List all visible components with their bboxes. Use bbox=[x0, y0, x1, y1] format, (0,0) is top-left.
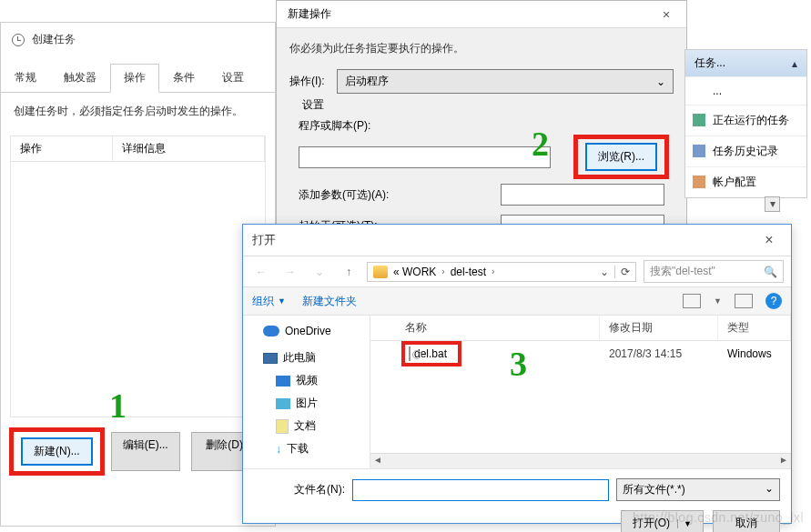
bat-file-icon bbox=[409, 346, 411, 361]
close-icon[interactable]: × bbox=[654, 7, 679, 22]
nav-up-icon[interactable]: ↑ bbox=[338, 261, 360, 283]
open-body: OneDrive 此电脑 视频 图片 文档 ↓下载 名称 修改日期 类型 del… bbox=[243, 316, 791, 468]
action-instruction: 你必须为此任务指定要执行的操作。 bbox=[289, 41, 674, 56]
view-options-icon[interactable] bbox=[683, 294, 701, 308]
preview-pane-icon[interactable] bbox=[735, 294, 753, 308]
side-item[interactable]: ... bbox=[685, 76, 806, 105]
open-file-dialog: 打开 × ← → ⌄ ↑ « WORK › del-test › ⌄ ⟳ 搜索"… bbox=[242, 224, 792, 524]
task-tabs: 常规 触发器 操作 条件 设置 bbox=[1, 64, 275, 93]
breadcrumb[interactable]: « WORK › del-test › ⌄ ⟳ bbox=[367, 262, 636, 282]
chevron-down-icon[interactable]: ▼ bbox=[714, 296, 722, 306]
filename-label: 文件名(N): bbox=[254, 482, 345, 497]
tab-settings[interactable]: 设置 bbox=[208, 64, 258, 92]
settings-fieldset-label: 设置 bbox=[299, 97, 328, 113]
col-type[interactable]: 类型 bbox=[718, 316, 791, 340]
action-dialog-titlebar: 新建操作 × bbox=[277, 1, 686, 28]
side-pane: 任务... ▴ ... 正在运行的任务 任务历史记录 帐户配置 bbox=[684, 49, 807, 198]
new-folder-button[interactable]: 新建文件夹 bbox=[302, 294, 357, 309]
side-pane-header: 任务... ▴ bbox=[685, 50, 806, 76]
search-input[interactable]: 搜索"del-test" 🔍 bbox=[644, 260, 784, 283]
args-input[interactable] bbox=[501, 184, 664, 206]
open-button[interactable]: 打开(O)▼ bbox=[621, 510, 704, 532]
tab-actions[interactable]: 操作 bbox=[110, 64, 159, 93]
tree-docs[interactable]: 文档 bbox=[243, 415, 370, 437]
open-toolbar: 组织 ▼ 新建文件夹 ▼ ? bbox=[243, 287, 791, 316]
action-type-select[interactable]: 启动程序 ⌄ bbox=[337, 69, 674, 94]
chevron-right-icon: › bbox=[441, 266, 444, 276]
file-list-header: 名称 修改日期 类型 bbox=[370, 316, 791, 341]
cloud-icon bbox=[263, 326, 279, 336]
action-buttons-row: 新建(N)... 编辑(E)... 删除(D) bbox=[1, 423, 275, 480]
tree-thispc[interactable]: 此电脑 bbox=[243, 346, 370, 369]
chevron-down-icon[interactable]: ⌄ bbox=[600, 266, 609, 278]
tab-general[interactable]: 常规 bbox=[1, 64, 50, 92]
action-type-value: 启动程序 bbox=[345, 74, 389, 89]
tab-conditions[interactable]: 条件 bbox=[159, 64, 208, 92]
col-detail[interactable]: 详细信息 bbox=[113, 136, 265, 161]
video-icon bbox=[276, 376, 290, 386]
folder-icon bbox=[373, 266, 388, 278]
program-label: 程序或脚本(P): bbox=[299, 118, 664, 134]
edit-action-button[interactable]: 编辑(E)... bbox=[111, 432, 180, 471]
file-filter-select[interactable]: 所有文件(*.*) ⌄ bbox=[616, 478, 780, 501]
col-action[interactable]: 操作 bbox=[11, 136, 113, 161]
scroll-down-icon[interactable]: ▾ bbox=[765, 196, 780, 212]
tree-onedrive[interactable]: OneDrive bbox=[243, 321, 370, 341]
col-date[interactable]: 修改日期 bbox=[600, 316, 718, 340]
side-item-history[interactable]: 任务历史记录 bbox=[685, 136, 806, 166]
folder-tree: OneDrive 此电脑 视频 图片 文档 ↓下载 bbox=[243, 316, 370, 468]
create-task-window: 创建任务 常规 触发器 操作 条件 设置 创建任务时，必须指定任务启动时发生的操… bbox=[0, 22, 276, 527]
create-task-title: 创建任务 bbox=[32, 32, 76, 47]
tree-downloads[interactable]: ↓下载 bbox=[243, 437, 370, 460]
file-type: Windows bbox=[718, 347, 791, 360]
chevron-down-icon[interactable]: ⌄ bbox=[309, 261, 330, 283]
tree-pictures[interactable]: 图片 bbox=[243, 392, 370, 415]
clock-icon bbox=[12, 34, 25, 46]
col-name[interactable]: 名称 bbox=[396, 316, 600, 340]
open-dialog-titlebar: 打开 × bbox=[243, 225, 791, 256]
pictures-icon bbox=[276, 398, 290, 409]
side-item-account[interactable]: 帐户配置 bbox=[685, 166, 806, 197]
chevron-up-icon[interactable]: ▴ bbox=[792, 57, 797, 70]
search-placeholder: 搜索"del-test" bbox=[650, 264, 715, 279]
file-row[interactable]: del.bat 2017/8/3 14:15 Windows bbox=[370, 341, 791, 366]
pc-icon bbox=[263, 353, 278, 364]
task-note: 创建任务时，必须指定任务启动时发生的操作。 bbox=[1, 93, 275, 130]
actions-table: 操作 详细信息 bbox=[10, 136, 266, 417]
cancel-button[interactable]: 取消 bbox=[713, 510, 780, 532]
filter-value: 所有文件(*.*) bbox=[623, 482, 685, 497]
args-label: 添加参数(可选)(A): bbox=[299, 187, 417, 203]
search-icon: 🔍 bbox=[764, 266, 777, 278]
program-path-input[interactable] bbox=[299, 146, 551, 168]
horizontal-scrollbar[interactable] bbox=[370, 453, 791, 468]
browse-button[interactable]: 浏览(R)... bbox=[585, 143, 657, 171]
refresh-icon[interactable]: ⟳ bbox=[614, 266, 630, 278]
open-dialog-title: 打开 bbox=[252, 232, 276, 248]
help-icon[interactable]: ? bbox=[765, 293, 782, 309]
side-pane-title: 任务... bbox=[694, 55, 725, 71]
action-dialog-title: 新建操作 bbox=[288, 6, 331, 22]
file-list-pane: 名称 修改日期 类型 del.bat 2017/8/3 14:15 Window… bbox=[370, 316, 791, 468]
tree-video[interactable]: 视频 bbox=[243, 369, 370, 392]
organize-menu[interactable]: 组织 ▼ bbox=[252, 294, 286, 309]
action-label: 操作(I): bbox=[289, 74, 337, 89]
create-task-titlebar: 创建任务 bbox=[1, 23, 275, 56]
chevron-right-icon: › bbox=[492, 266, 494, 276]
chevron-down-icon: ⌄ bbox=[765, 482, 774, 497]
document-icon bbox=[276, 419, 289, 434]
chevron-down-icon: ⌄ bbox=[656, 75, 665, 88]
nav-forward-icon[interactable]: → bbox=[279, 261, 301, 283]
file-date: 2017/8/3 14:15 bbox=[600, 347, 718, 360]
new-action-button[interactable]: 新建(N)... bbox=[21, 437, 93, 466]
nav-back-icon[interactable]: ← bbox=[250, 261, 272, 283]
tab-triggers[interactable]: 触发器 bbox=[50, 64, 110, 92]
close-icon[interactable]: × bbox=[756, 232, 782, 248]
filename-input[interactable] bbox=[352, 479, 609, 501]
open-nav-bar: ← → ⌄ ↑ « WORK › del-test › ⌄ ⟳ 搜索"del-t… bbox=[243, 256, 791, 287]
download-icon: ↓ bbox=[276, 443, 281, 456]
open-footer: 文件名(N): 所有文件(*.*) ⌄ 打开(O)▼ 取消 bbox=[243, 468, 791, 532]
breadcrumb-root[interactable]: « WORK bbox=[393, 266, 436, 278]
side-item-running-tasks[interactable]: 正在运行的任务 bbox=[685, 105, 806, 136]
breadcrumb-folder[interactable]: del-test bbox=[451, 266, 486, 278]
